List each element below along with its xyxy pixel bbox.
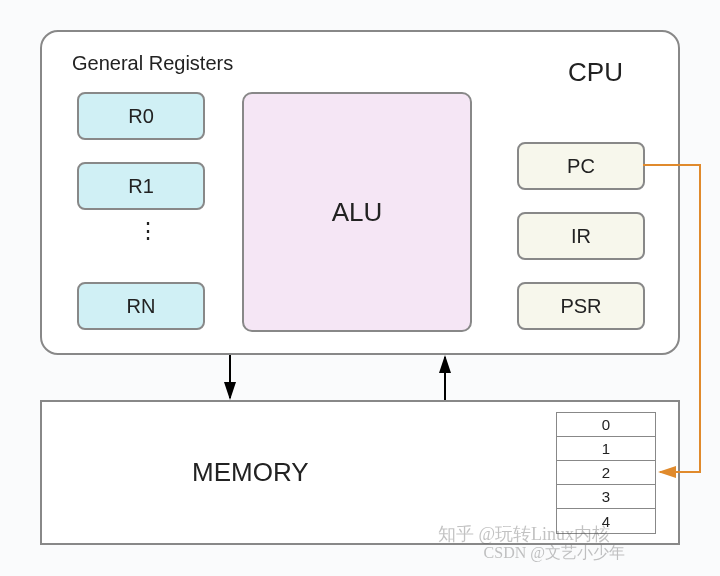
registers-ellipsis: ⋮ [137,227,161,235]
register-r0: R0 [77,92,205,140]
memory-title: MEMORY [192,457,309,488]
cpu-container: CPU General Registers R0 R1 ⋮ RN ALU PC … [40,30,680,355]
memory-cells-table: 0 1 2 3 4 [556,412,656,534]
memory-cell-0: 0 [557,413,655,437]
register-psr: PSR [517,282,645,330]
register-r1: R1 [77,162,205,210]
memory-cell-2: 2 [557,461,655,485]
register-ir: IR [517,212,645,260]
memory-cell-1: 1 [557,437,655,461]
alu-block: ALU [242,92,472,332]
register-pc: PC [517,142,645,190]
watermark-csdn: CSDN @文艺小少年 [484,543,625,564]
memory-cell-3: 3 [557,485,655,509]
cpu-title: CPU [568,57,623,88]
register-rn: RN [77,282,205,330]
general-registers-label: General Registers [72,52,233,75]
